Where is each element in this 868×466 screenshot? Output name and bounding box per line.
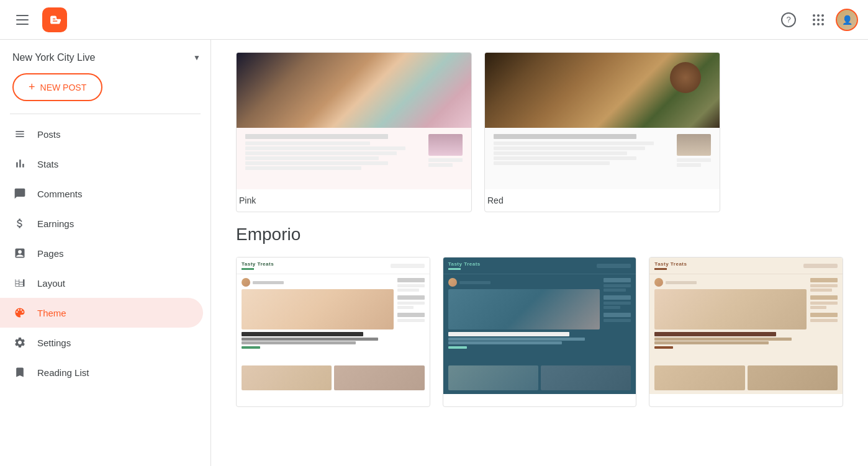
theme-emporio-teal-label [443,394,636,406]
sidebar-item-earnings-label: Earnings [37,218,74,229]
settings-icon [12,336,27,349]
reading-list-icon [12,366,27,379]
theme-pink-label: Pink [237,189,471,212]
hamburger-icon [16,15,29,25]
content-area: Pink [211,40,868,466]
sidebar-item-earnings[interactable]: Earnings [0,208,203,238]
posts-icon [12,128,27,140]
theme-card-emporio-light[interactable]: Tasty Treats [236,257,430,407]
sidebar-item-comments[interactable]: Comments [0,179,203,208]
dropdown-arrow-icon: ▼ [193,53,201,62]
sidebar-item-layout-label: Layout [37,278,65,289]
pages-icon [12,247,27,259]
sidebar: New York City Live ▼ + NEW POST Posts St… [0,40,211,466]
blog-selector[interactable]: New York City Live ▼ [0,40,210,73]
theme-card-emporio-beige[interactable]: Tasty Treats [649,257,843,407]
plus-icon: + [29,81,35,94]
blogger-logo-icon [47,12,62,27]
blog-name: New York City Live [12,52,95,63]
emporio-themes-row: Tasty Treats [236,257,843,407]
avatar[interactable]: 👤 [836,9,858,31]
sidebar-item-layout[interactable]: Layout [0,268,203,298]
sidebar-item-settings[interactable]: Settings [0,328,203,357]
sidebar-divider [10,114,201,114]
topbar-right: ? 👤 [776,7,858,32]
sidebar-item-reading-list[interactable]: Reading List [0,357,203,387]
themes-row-1: Pink [236,52,843,212]
sidebar-item-posts-label: Posts [37,129,61,140]
avatar-image: 👤 [837,10,857,30]
sidebar-item-stats[interactable]: Stats [0,149,203,179]
sidebar-item-reading-list-label: Reading List [37,367,89,378]
blogger-logo [42,7,67,32]
emporio-section-title: Emporio [236,225,843,244]
theme-preview-emporio-light: Tasty Treats [237,258,430,394]
theme-card-pink[interactable]: Pink [236,52,472,212]
theme-icon [12,307,27,319]
sidebar-item-theme[interactable]: Theme [0,298,203,328]
theme-preview-emporio-beige: Tasty Treats [649,258,843,394]
stats-icon [12,158,27,170]
sidebar-item-comments-label: Comments [37,189,83,199]
topbar: ? 👤 [0,0,868,40]
theme-card-red[interactable]: Red [484,52,720,212]
new-post-label: NEW POST [40,83,87,92]
sidebar-item-stats-label: Stats [37,159,58,169]
earnings-icon [12,217,27,230]
theme-preview-red [485,53,720,189]
sidebar-item-pages[interactable]: Pages [0,238,203,268]
theme-preview-pink [237,53,471,189]
new-post-button[interactable]: + NEW POST [12,73,102,101]
theme-emporio-beige-label [649,394,843,406]
topbar-left [10,7,67,32]
sidebar-item-settings-label: Settings [37,338,71,348]
theme-emporio-light-label [237,394,430,406]
theme-red-label: Red [485,189,720,212]
theme-preview-emporio-teal: Tasty Treats [443,258,636,394]
comments-icon [12,187,27,200]
sidebar-item-posts[interactable]: Posts [0,119,203,149]
help-icon: ? [781,12,796,27]
sidebar-item-pages-label: Pages [37,248,64,259]
sidebar-item-theme-label: Theme [37,308,66,318]
theme-card-emporio-teal[interactable]: Tasty Treats [443,257,637,407]
grid-icon [813,14,824,25]
help-button[interactable]: ? [776,7,801,32]
menu-button[interactable] [10,7,35,32]
main-layout: New York City Live ▼ + NEW POST Posts St… [0,40,868,466]
apps-button[interactable] [806,7,831,32]
layout-icon [12,277,27,289]
